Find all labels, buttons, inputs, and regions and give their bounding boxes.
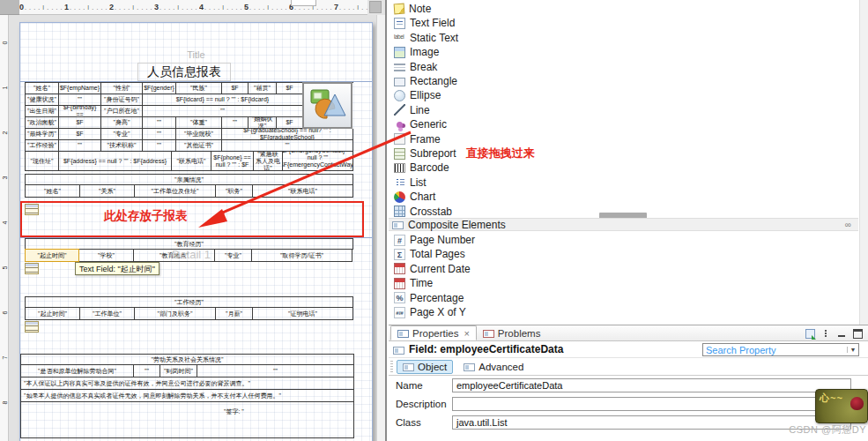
report-cell[interactable]: "本人保证以上内容真实可靠及提供的证件有效，并同意公司进行必要的背景调查。" <box>21 377 354 390</box>
name-field[interactable]: employeeCertificateData <box>452 378 851 392</box>
report-cell[interactable]: "起止时间" <box>26 308 80 320</box>
search-property-input[interactable]: Search Property <box>703 345 847 355</box>
report-cell[interactable]: "健康状况" <box>26 94 59 106</box>
tab-object[interactable]: Object <box>397 360 453 374</box>
maximize-icon[interactable] <box>853 329 863 339</box>
report-cell[interactable]: $F{empName} <box>59 83 101 94</box>
report-cell[interactable]: "签字: " <box>21 402 354 438</box>
report-cell[interactable]: "学校" <box>79 250 134 262</box>
report-cell[interactable]: "政治面貌" <box>26 117 59 129</box>
report-cell[interactable]: "" <box>143 106 303 117</box>
report-cell[interactable]: "出生日期" <box>26 106 59 117</box>
report-cell[interactable]: "工作经验" <box>26 140 59 152</box>
report-cell[interactable]: "到岗时间" <box>160 365 197 377</box>
report-cell[interactable]: "专业" <box>101 129 143 140</box>
view-menu-icon[interactable] <box>821 329 831 339</box>
report-cell[interactable]: "紧急联系人及电话" <box>254 152 283 171</box>
report-cell[interactable]: $F{idcard} == null ? "" : $F{idcard} <box>143 94 303 106</box>
palette-item-percentage[interactable]: %Percentage <box>394 291 464 305</box>
report-cell[interactable]: "其他证书" <box>176 140 222 152</box>
report-cell[interactable]: "体重" <box>176 117 222 129</box>
tab-advanced[interactable]: Advanced <box>458 361 529 373</box>
report-cell[interactable]: "" <box>222 117 249 129</box>
palette-item-chart[interactable]: Chart <box>394 190 435 204</box>
palette-vertical-scrollbar[interactable] <box>859 0 868 325</box>
report-title-textfield[interactable]: 人员信息报表 <box>137 63 231 81</box>
report-cell[interactable]: "联系电话" <box>253 185 353 198</box>
report-cell[interactable]: "月薪" <box>216 308 253 320</box>
tab-problems[interactable]: Problems <box>477 325 547 340</box>
palette-item-crosstab[interactable]: Crosstab <box>394 205 452 219</box>
report-cell[interactable]: "性别" <box>101 83 143 94</box>
palette-item-note[interactable]: Note <box>394 2 431 16</box>
report-cell[interactable]: $F{birthday} == <box>59 106 101 117</box>
report-cell[interactable]: "" <box>222 140 353 152</box>
subreport-element-icon[interactable] <box>25 263 39 274</box>
report-cell[interactable]: "身份证号码" <box>101 94 143 106</box>
palette-item-line[interactable]: Line <box>394 103 430 117</box>
report-cell[interactable]: "最终学历" <box>26 129 59 140</box>
palette-item-text-field[interactable]: Text Field <box>394 16 455 30</box>
subreport-drop-area-highlight[interactable] <box>20 201 364 237</box>
report-cell[interactable]: "职务" <box>216 185 253 198</box>
report-cell[interactable]: $F{gender} <box>143 83 176 94</box>
design-canvas[interactable]: Title 人员信息报表 <box>9 15 378 441</box>
report-cell[interactable]: "是否和原单位解除劳动合同" <box>21 365 134 377</box>
report-cell[interactable]: $F{phone} == null ? "" : $F <box>211 152 254 171</box>
palette-item-rectangle[interactable]: Rectangle <box>394 74 457 88</box>
description-field[interactable] <box>452 397 851 411</box>
report-cell[interactable]: "" <box>197 365 354 377</box>
report-cell[interactable]: "专业" <box>215 250 252 262</box>
report-cell[interactable]: "毕业院校" <box>176 129 222 140</box>
canvas-vertical-scrollbar[interactable] <box>376 15 385 441</box>
drawer-pin-icon[interactable]: ∞ <box>845 220 851 229</box>
palette-item-list[interactable]: List <box>394 176 427 190</box>
report-cell[interactable]: "关系" <box>80 185 135 198</box>
minimize-icon[interactable] <box>837 329 847 339</box>
toolbar-grip[interactable] <box>390 361 393 373</box>
palette-item-page-number[interactable]: #Page Number <box>394 233 475 247</box>
report-cell[interactable]: "" <box>143 140 176 152</box>
search-property-box[interactable]: Search Property ▼ <box>702 343 859 356</box>
palette-item-break[interactable]: Break <box>394 60 437 74</box>
ruler-scroll-cap[interactable] <box>369 1 382 13</box>
chevron-down-icon[interactable]: ▼ <box>847 347 858 353</box>
report-cell[interactable]: "" <box>59 94 101 106</box>
report-cell[interactable]: "部门及职务" <box>135 308 216 320</box>
report-cell[interactable]: "姓名" <box>26 83 59 94</box>
report-cell[interactable]: "证明电话" <box>253 308 353 320</box>
palette-item-image[interactable]: Image <box>394 45 439 59</box>
report-cell[interactable]: "联系电话" <box>172 152 211 171</box>
report-cell[interactable]: "" <box>59 140 101 152</box>
palette-item-current-date[interactable]: Current Date <box>394 262 471 276</box>
report-cell[interactable]: $F <box>222 83 249 94</box>
report-cell[interactable]: "起止时间" <box>25 249 79 262</box>
palette-item-generic[interactable]: Generic <box>394 117 447 131</box>
report-page[interactable]: Title 人员信息报表 <box>19 22 373 441</box>
report-cell[interactable]: "劳动关系及社会关系情况" <box>21 355 354 365</box>
report-cell[interactable]: "工作单位" <box>80 308 135 320</box>
report-cell[interactable]: $F{graduateSchool} == null? "" : $F{grad… <box>222 129 353 140</box>
tab-properties[interactable]: Properties × <box>390 325 477 340</box>
report-cell[interactable]: "亲属情况" <box>26 175 353 185</box>
report-cell[interactable]: $F <box>277 83 303 94</box>
report-cell[interactable]: "民族" <box>176 83 222 94</box>
report-cell[interactable]: "工作经历" <box>26 297 353 308</box>
palette-item-page-x-of-y[interactable]: #/#Page X of Y <box>394 305 466 319</box>
report-cell[interactable]: "工作单位及住址" <box>135 185 216 198</box>
palette-item-barcode[interactable]: Barcode <box>394 161 449 175</box>
palette-item-static-text[interactable]: Static Text <box>394 31 458 45</box>
report-cell[interactable]: $F <box>59 117 101 129</box>
report-cell[interactable]: "" <box>143 129 176 140</box>
report-cell[interactable]: "籍贯" <box>249 83 277 94</box>
palette-item-frame[interactable]: Frame <box>394 132 441 146</box>
report-cell[interactable]: "如果本人提供的信息不真实或者证件无效，同意即刻解除劳动关系，并不支付本人任何费… <box>21 390 354 402</box>
palette-item-time[interactable]: Time <box>394 276 433 290</box>
report-cell[interactable]: $F <box>59 129 101 140</box>
report-cell[interactable]: "婚姻状况" <box>249 117 277 129</box>
palette-item-ellipse[interactable]: Ellipse <box>394 88 441 102</box>
composite-elements-drawer[interactable]: Composite Elements ∞ <box>389 218 858 231</box>
report-cell[interactable]: $F <box>277 117 303 129</box>
palette-item-total-pages[interactable]: ΣTotal Pages <box>394 247 465 261</box>
subreport-element-icon[interactable] <box>25 321 39 333</box>
